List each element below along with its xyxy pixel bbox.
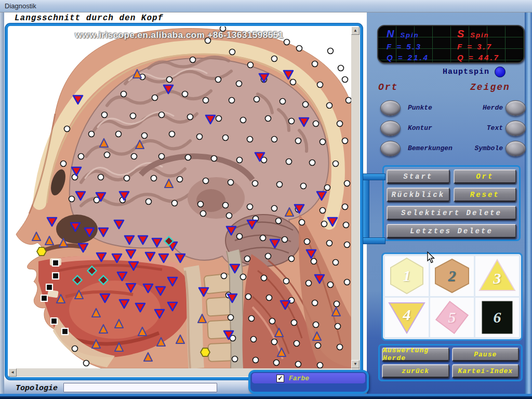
marker-point-dot[interactable] <box>223 135 229 141</box>
toggle-bemerkungen-button[interactable] <box>380 141 401 156</box>
marker-point-dot[interactable] <box>306 281 312 286</box>
marker-point-dot[interactable] <box>325 185 330 191</box>
marker-point-dot[interactable] <box>247 204 253 210</box>
marker-point-dot[interactable] <box>270 318 275 324</box>
marker-point-dot[interactable] <box>247 137 253 142</box>
marker-orange-triangle[interactable] <box>92 340 100 348</box>
marker-point-dot[interactable] <box>272 137 277 142</box>
marker-red-triangle[interactable] <box>100 294 110 302</box>
marker-point-dot[interactable] <box>121 91 127 97</box>
topologie-input[interactable] <box>63 383 217 392</box>
scroll-down-button[interactable]: ▼ <box>351 360 360 368</box>
marker-point-dot[interactable] <box>227 213 232 219</box>
tile-button-2[interactable]: 2 <box>430 256 474 296</box>
tile-button-3[interactable]: 3 <box>475 256 519 296</box>
marker-point-dot[interactable] <box>61 161 66 167</box>
marker-point-dot[interactable] <box>282 237 288 243</box>
marker-orange-triangle[interactable] <box>75 290 83 299</box>
marker-point-dot[interactable] <box>248 62 254 68</box>
marker-point-dot[interactable] <box>167 77 172 83</box>
marker-point-dot[interactable] <box>342 204 348 210</box>
tile-button-1[interactable]: 1 <box>385 256 429 296</box>
marker-black-square[interactable] <box>51 318 57 324</box>
toggle-herde-button[interactable] <box>506 100 526 116</box>
marker-point-dot[interactable] <box>232 356 238 362</box>
marker-red-triangle[interactable] <box>259 74 269 82</box>
marker-red-triangle[interactable] <box>126 250 136 258</box>
marker-point-dot[interactable] <box>313 322 319 328</box>
marker-point-dot[interactable] <box>320 208 326 214</box>
marker-yellow-hexagon[interactable] <box>201 348 210 356</box>
marker-point-dot[interactable] <box>272 56 277 62</box>
start-button[interactable]: Start <box>387 169 450 184</box>
marker-red-triangle[interactable] <box>159 254 168 262</box>
marker-orange-triangle[interactable] <box>313 332 321 340</box>
marker-point-dot[interactable] <box>72 346 78 352</box>
marker-point-dot[interactable] <box>344 242 350 248</box>
rueckblick-button[interactable]: Rückblick <box>387 188 450 202</box>
marker-point-dot[interactable] <box>124 176 130 181</box>
marker-orange-triangle[interactable] <box>136 140 144 149</box>
hauptspin-indicator[interactable] <box>495 66 506 77</box>
marker-point-dot[interactable] <box>251 337 257 342</box>
marker-point-dot[interactable] <box>296 138 301 144</box>
marker-point-dot[interactable] <box>172 201 178 206</box>
marker-red-triangle[interactable] <box>114 220 124 229</box>
marker-red-triangle[interactable] <box>168 277 177 286</box>
marker-point-dot[interactable] <box>317 363 323 368</box>
zurueck-button[interactable]: zurück <box>382 364 449 378</box>
marker-point-dot[interactable] <box>299 220 305 225</box>
marker-point-dot[interactable] <box>69 196 75 202</box>
pause-button[interactable]: Pause <box>452 348 520 362</box>
marker-point-dot[interactable] <box>216 77 221 83</box>
marker-diamond[interactable] <box>73 276 82 285</box>
marker-point-dot[interactable] <box>312 300 318 306</box>
marker-orange-triangle[interactable] <box>115 320 123 328</box>
marker-point-dot[interactable] <box>327 103 332 109</box>
marker-point-dot[interactable] <box>277 182 283 188</box>
marker-red-triangle[interactable] <box>78 244 88 252</box>
marker-orange-triangle[interactable] <box>332 308 340 316</box>
marker-point-dot[interactable] <box>230 49 235 55</box>
marker-point-dot[interactable] <box>146 199 152 205</box>
marker-red-triangle[interactable] <box>270 240 280 248</box>
marker-orange-triangle[interactable] <box>138 327 147 336</box>
marker-point-dot[interactable] <box>130 113 136 119</box>
marker-point-dot[interactable] <box>203 178 209 184</box>
marker-black-square[interactable] <box>52 260 59 266</box>
scroll-left-button[interactable]: ◄ <box>8 368 17 377</box>
marker-point-dot[interactable] <box>303 102 309 108</box>
marker-point-dot[interactable] <box>272 206 277 211</box>
marker-point-dot[interactable] <box>190 57 196 63</box>
marker-black-square[interactable] <box>62 328 68 335</box>
marker-point-dot[interactable] <box>284 278 289 284</box>
marker-red-triangle[interactable] <box>152 238 162 247</box>
ort-button[interactable]: Ort <box>454 169 517 184</box>
marker-point-dot[interactable] <box>221 273 227 279</box>
tile-button-6[interactable]: 6 <box>475 298 519 338</box>
marker-yellow-hexagon[interactable] <box>37 247 46 256</box>
marker-point-dot[interactable] <box>260 235 266 241</box>
marker-red-triangle[interactable] <box>156 287 165 295</box>
marker-point-dot[interactable] <box>211 156 217 162</box>
marker-point-dot[interactable] <box>289 256 295 262</box>
letztes-delete-button[interactable]: Letztes Delete <box>387 224 516 238</box>
farbe-checkbox[interactable]: ✓ <box>276 375 284 382</box>
marker-point-dot[interactable] <box>102 112 108 118</box>
vertical-scrollbar[interactable]: ▲ ▼ <box>351 26 360 368</box>
marker-point-dot[interactable] <box>84 361 89 366</box>
marker-point-dot[interactable] <box>236 81 242 87</box>
marker-point-dot[interactable] <box>289 118 295 124</box>
marker-red-triangle[interactable] <box>97 253 106 261</box>
marker-point-dot[interactable] <box>252 181 258 187</box>
marker-point-dot[interactable] <box>322 221 327 227</box>
marker-point-dot[interactable] <box>265 254 271 259</box>
marker-black-square[interactable] <box>52 273 59 279</box>
marker-red-triangle[interactable] <box>47 218 57 226</box>
marker-point-dot[interactable] <box>337 121 343 127</box>
marker-point-dot[interactable] <box>346 98 352 103</box>
marker-point-dot[interactable] <box>333 260 339 265</box>
marker-point-dot[interactable] <box>188 114 193 120</box>
marker-red-triangle[interactable] <box>117 272 127 281</box>
marker-point-dot[interactable] <box>333 161 339 167</box>
